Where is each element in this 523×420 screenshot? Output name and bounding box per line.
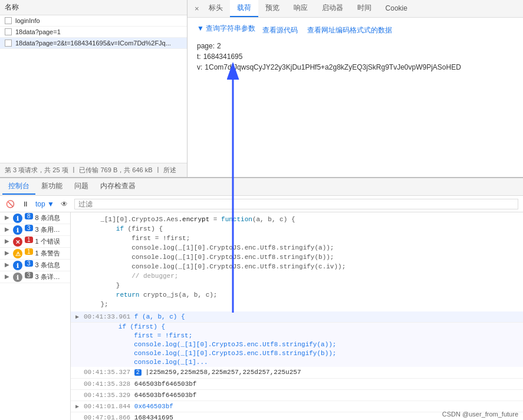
clear-console-button[interactable]: 🚫 (5, 199, 15, 209)
log-label-messages: 8 条消息 (35, 213, 65, 222)
info-icon-2: ℹ (13, 261, 22, 270)
tab-payload[interactable]: 载荷 (230, 0, 258, 17)
log-group-warn[interactable]: ▶ ⚠ 1 1 条警告 (0, 248, 70, 260)
footer-more: 所述 (163, 166, 176, 175)
request-item-18data-2[interactable]: 18data?page=2&t=1684341695&v=ICom7Dd%2FJ… (0, 38, 187, 49)
tab-memory-inspector[interactable]: 内存检查器 (94, 179, 142, 195)
expand-icon-4[interactable]: ▶ (75, 402, 84, 410)
no-expand-2 (75, 379, 84, 380)
code-line-9: return crypto_js(a, b, c); (85, 290, 518, 300)
log-label-info: 3 条信息 (35, 260, 65, 270)
expand-icon-verbose: ▶ (5, 272, 13, 280)
request-item-logininfo[interactable]: loginInfo (0, 15, 187, 27)
code-line-3: first = !first; (85, 234, 518, 243)
payload-links: 查看源代码 查看网址编码格式式的数据 (262, 25, 392, 35)
filter-input[interactable] (74, 199, 518, 209)
log-label-error: 1 个错误 (35, 237, 65, 246)
request-item-18data-1[interactable]: 18data?page=1 (0, 27, 187, 38)
checkbox-18data-2[interactable] (5, 40, 12, 47)
console-entry-1[interactable]: ▶ 00:41:33.961 f (a, b, c) { (71, 311, 523, 323)
payload-link-source[interactable]: 查看源代码 (262, 25, 298, 35)
payload-field-v: v: 1Com7d/JqwsqCyJY22y3KjDu1PHf5+a2g8kZy… (197, 62, 514, 73)
payload-key-page: page: (197, 42, 215, 50)
log-label-verbose: 3 条详细消息 (35, 272, 65, 281)
request-name-18data-2: 18data?page=2&t=1684341695&v=ICom7Dd%2FJ… (15, 40, 171, 47)
code-line-10: }; (85, 300, 518, 309)
expand-icon-info: ▶ (5, 260, 13, 268)
code-line-4: console.log(_[1][0].CryptoJS.enc.Utf8.st… (85, 243, 518, 252)
payload-field-page: page: 2 (197, 41, 514, 51)
expand-icon-warn: ▶ (5, 248, 13, 256)
payload-section-title: ▼ 查询字符串参数 (197, 24, 255, 34)
log-group-verbose[interactable]: ▶ ℹ 3 3 条详细消息 (0, 271, 70, 283)
payload-key-v: v: (197, 63, 202, 71)
code-block: _[1][0].CryptoJS.Aes.encrypt = function(… (71, 212, 523, 311)
code-line-2: if (first) { (85, 224, 518, 234)
tab-console[interactable]: 控制台 (2, 179, 35, 195)
payload-key-t: t: (197, 52, 201, 61)
eye-icon[interactable]: 👁 (59, 199, 70, 209)
log-entry-row-1[interactable]: 00:41:35.327 2 |225m259,225m258,225m257,… (71, 367, 523, 379)
level-selector[interactable]: top ▼ (35, 200, 54, 208)
verbose-icon: ℹ (13, 273, 22, 282)
log-group-messages[interactable]: ▶ ℹ 8 8 条消息 (0, 212, 70, 224)
pause-icon[interactable]: ⏸ (20, 199, 31, 209)
code-line-7: // debugger; (85, 271, 518, 281)
expand-icon-error: ▶ (5, 237, 13, 244)
entry-text-1: 00:41:33.961 f (a, b, c) { (84, 312, 518, 321)
request-list: 名称 loginInfo 18data?page=1 18data?page=2… (0, 0, 188, 177)
devtools-bottom-tabs: 控制台 新功能 问题 内存检查器 (0, 178, 523, 196)
code-line-6: console.log(_[1][0].CryptoJS.enc.Utf8.st… (85, 262, 518, 271)
checkbox-logininfo[interactable] (5, 17, 12, 24)
tab-timing[interactable]: 时间 (350, 0, 379, 17)
no-expand-3 (75, 391, 84, 392)
error-icon: ✕ (13, 237, 22, 247)
log-label-warn: 1 条警告 (35, 248, 65, 258)
log-text-1: 00:41:35.327 2 |225m259,225m258,225m257,… (84, 368, 518, 378)
count-messages: 8 (25, 213, 33, 219)
detail-tabs: × 标头 载荷 预览 响应 启动器 时间 Cookie (188, 0, 523, 18)
no-expand-1 (75, 368, 84, 369)
log-group-user[interactable]: ▶ ℹ 3 3 条用户消息 (0, 224, 70, 236)
checkbox-18data-1[interactable] (5, 28, 12, 35)
code-line-5: console.log(_[1][0].CryptoJS.enc.Utf8.st… (85, 252, 518, 262)
log-text-2: 00:41:35.328 646503bf646503bf (84, 379, 518, 389)
info-icon: ℹ (13, 214, 22, 223)
payload-field-t: t: 1684341695 (197, 51, 514, 62)
log-group-error[interactable]: ▶ ✕ 1 1 个错误 (0, 236, 70, 248)
count-error: 1 (25, 237, 33, 243)
footer-sep1: | (73, 166, 75, 175)
watermark: CSDN @user_from_future (442, 411, 518, 418)
payload-value-t: 1684341695 (203, 52, 243, 61)
tab-preview[interactable]: 预览 (258, 0, 287, 17)
log-entry-row-3[interactable]: 00:41:35.329 646503bf646503bf (71, 390, 523, 401)
payload-value-v: 1Com7d/JqwsqCyJY22y3KjDu1PHf5+a2g8kZyEQ3… (205, 63, 461, 71)
user-icon: ℹ (13, 225, 22, 235)
log-text-3: 00:41:35.329 646503bf646503bf (84, 391, 518, 400)
payload-link-url[interactable]: 查看网址编码格式式的数据 (307, 25, 392, 35)
tab-headers[interactable]: 标头 (202, 0, 230, 17)
footer-sep2: | (157, 166, 159, 175)
console-entry-expanded: if (first) { first = !first; console.log… (71, 323, 523, 367)
footer-requests: 第 3 项请求，共 25 项 (5, 166, 68, 175)
code-line-1: _[1][0].CryptoJS.Aes.encrypt = function(… (85, 215, 518, 224)
request-list-footer: 第 3 项请求，共 25 项 | 已传输 769 B，共 646 kB | 所述 (0, 163, 187, 177)
count-warn: 1 (25, 248, 33, 255)
tab-new-feature[interactable]: 新功能 (35, 179, 68, 195)
tab-cookie[interactable]: Cookie (379, 1, 415, 17)
count-verbose: 3 (25, 272, 33, 278)
log-entry-row-2[interactable]: 00:41:35.328 646503bf646503bf (71, 379, 523, 390)
log-groups-sidebar: ▶ ℹ 8 8 条消息 ▶ ℹ 3 3 条用户消息 ▶ ✕ 1 1 个错误 (0, 212, 71, 420)
log-label-user: 3 条用户消息 (35, 225, 65, 234)
tab-initiator[interactable]: 启动器 (315, 0, 350, 17)
count-info: 3 (25, 260, 33, 267)
detail-close-button[interactable]: × (192, 2, 202, 15)
no-expand-5 (75, 413, 84, 414)
tab-issues[interactable]: 问题 (68, 179, 94, 195)
entry-expand-1[interactable]: ▶ (75, 312, 84, 320)
log-text-4: 00:41:01.844 0x646503bf (84, 402, 518, 411)
payload-section: ▼ 查询字符串参数 查看源代码 查看网址编码格式式的数据 page: 2 t: … (197, 24, 514, 73)
log-group-info[interactable]: ▶ ℹ 3 3 条信息 (0, 260, 70, 271)
warn-icon: ⚠ (13, 249, 22, 258)
tab-response[interactable]: 响应 (287, 0, 315, 17)
